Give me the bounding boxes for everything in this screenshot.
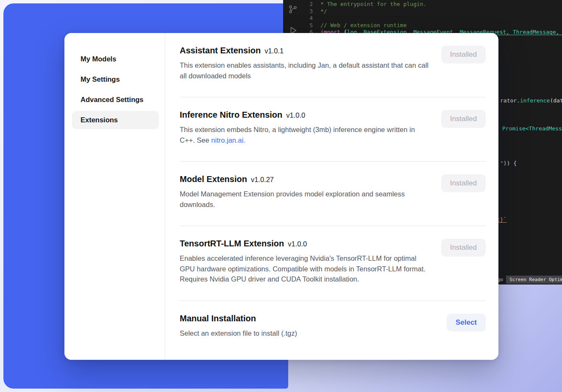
extension-title: Model Extensionv1.0.27: [180, 174, 429, 184]
settings-modal: My Models My Settings Advanced Settings …: [64, 33, 498, 360]
screen-reader-badge: Screen Reader Optimize: [506, 276, 562, 284]
extension-version: v1.0.0: [286, 111, 305, 119]
code-text: */: [320, 8, 327, 15]
line-number: 4: [303, 15, 313, 22]
code-lines: 2 * The entrypoint for the plugin. 3 */ …: [303, 1, 562, 36]
extension-row-nitro: Inference Nitro Extensionv1.0.0 This ext…: [180, 97, 486, 162]
editor-status-note: go Screen Reader Optimize: [498, 276, 562, 284]
sidebar-item-my-models[interactable]: My Models: [72, 50, 159, 68]
extension-title: Assistant Extensionv1.0.1: [180, 46, 429, 55]
nitro-jan-ai-link[interactable]: nitro.jan.ai.: [211, 136, 245, 144]
sidebar-item-extensions[interactable]: Extensions: [72, 111, 159, 129]
extension-description: This extension enables assistants, inclu…: [180, 60, 429, 81]
extension-row-assistant: Assistant Extensionv1.0.1 This extension…: [180, 33, 486, 97]
extension-title: Inference Nitro Extensionv1.0.0: [180, 110, 429, 120]
manual-installation-description: Select an extension file to install (.tg…: [180, 328, 429, 339]
extension-title: TensortRT-LLM Extensionv1.0.0: [180, 239, 429, 248]
line-number: 2: [303, 1, 313, 8]
extension-row-model: Model Extensionv1.0.27 Model Management …: [180, 162, 486, 226]
sidebar-item-my-settings[interactable]: My Settings: [72, 70, 159, 88]
manual-installation-row: Manual Installation Select an extension …: [180, 301, 486, 355]
extension-version: v1.0.0: [288, 240, 307, 248]
extension-version: v1.0.1: [264, 47, 284, 55]
line-number: 5: [303, 22, 313, 29]
extension-description: This extension embeds Nitro, a lightweig…: [180, 124, 429, 145]
extension-row-tensorrt: TensortRT-LLM Extensionv1.0.0 Enables ac…: [180, 226, 486, 301]
extensions-list: Assistant Extensionv1.0.1 This extension…: [165, 33, 498, 360]
code-text: // Web / extension runtime: [320, 22, 407, 29]
code-line: 4: [303, 15, 562, 22]
code-fragment: ")) {: [500, 160, 517, 166]
code-line: 2 * The entrypoint for the plugin.: [303, 1, 562, 8]
extension-description: Enables accelerated inference leveraging…: [180, 253, 429, 284]
code-fragment: Promise<ThreadMessage>: [502, 125, 562, 132]
installed-button[interactable]: Installed: [441, 239, 486, 257]
installed-button[interactable]: Installed: [441, 174, 486, 192]
code-line: 3 */: [303, 8, 562, 15]
settings-sidebar: My Models My Settings Advanced Settings …: [64, 33, 165, 360]
manual-installation-title: Manual Installation: [180, 314, 429, 323]
code-text: * The entrypoint for the plugin.: [320, 1, 426, 8]
code-line: 5 // Web / extension runtime: [303, 22, 562, 29]
extension-description: Model Management Extension provides mode…: [180, 189, 429, 210]
select-file-button[interactable]: Select: [447, 314, 486, 331]
page-background: 2 * The entrypoint for the plugin. 3 */ …: [0, 0, 562, 392]
source-control-icon: [288, 4, 298, 14]
extension-version: v1.0.27: [251, 176, 274, 183]
installed-button[interactable]: Installed: [441, 46, 486, 63]
line-number: 3: [303, 8, 313, 15]
sidebar-item-advanced-settings[interactable]: Advanced Settings: [72, 91, 159, 109]
installed-button[interactable]: Installed: [441, 110, 486, 128]
code-fragment: rator.inference(data));: [500, 97, 562, 104]
